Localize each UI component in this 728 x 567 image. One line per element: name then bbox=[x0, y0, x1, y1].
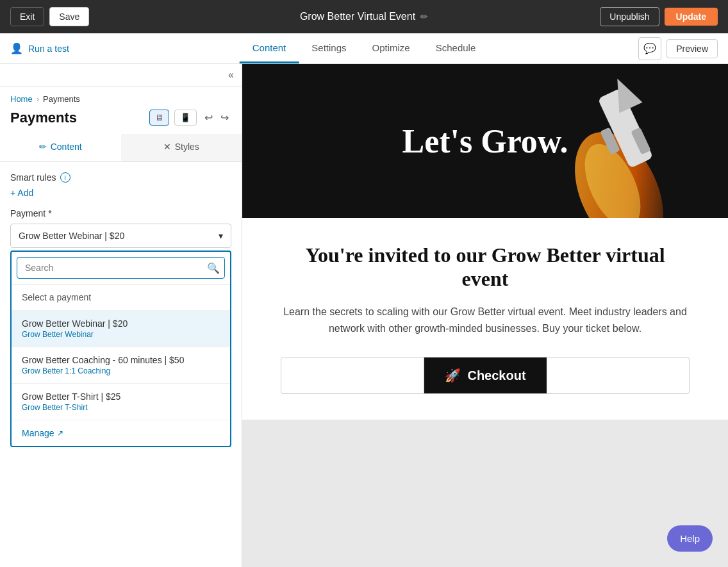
dropdown-item-tshirt-sub: Grow Better T-Shirt bbox=[22, 403, 220, 412]
nav-bar: 👤 Run a test Content Settings Optimize S… bbox=[0, 33, 728, 64]
sidebar-tab-content-label: Content bbox=[51, 142, 82, 152]
preview-content: You're invited to our Grow Better virtua… bbox=[242, 218, 728, 420]
run-test-link[interactable]: Run a test bbox=[28, 44, 69, 54]
breadcrumb-current: Payments bbox=[43, 94, 80, 104]
search-icon-button[interactable]: 🔍 bbox=[207, 262, 220, 274]
tab-settings-label: Settings bbox=[311, 42, 346, 53]
dropdown-item-webinar-label: Grow Better Webinar | $20 bbox=[22, 318, 220, 329]
tab-schedule[interactable]: Schedule bbox=[423, 33, 489, 63]
sidebar-tab-content[interactable]: ✏ Content bbox=[0, 134, 121, 161]
dropdown-item-select-label: Select a payment bbox=[22, 292, 91, 302]
sidebar-page-title-controls: 🖥 📱 ↩ ↪ bbox=[149, 109, 231, 126]
add-smart-rule-button[interactable]: + Add bbox=[10, 188, 33, 198]
manage-link-text: Manage bbox=[22, 428, 54, 438]
preview-area: Let's Grow. You're invited to our Grow B… bbox=[242, 64, 728, 567]
payment-dropdown-selected[interactable]: Grow Better Webinar | $20 ▾ bbox=[10, 224, 231, 248]
checkout-bar: 🚀 Checkout bbox=[281, 357, 690, 394]
top-bar: Exit Save Grow Better Virtual Event ✏ Un… bbox=[0, 0, 728, 33]
unpublish-button[interactable]: Unpublish bbox=[600, 7, 659, 26]
nav-right: 💬 Preview bbox=[638, 37, 718, 60]
dropdown-item-coaching[interactable]: Grow Better Coaching - 60 minutes | $50 … bbox=[12, 347, 230, 384]
styles-icon: ✕ bbox=[163, 142, 171, 152]
dropdown-item-coaching-sub: Grow Better 1:1 Coaching bbox=[22, 366, 220, 375]
undo-redo-group: ↩ ↪ bbox=[202, 109, 231, 126]
dropdown-item-tshirt[interactable]: Grow Better T-Shirt | $25 Grow Better T-… bbox=[12, 384, 230, 420]
preview-button[interactable]: Preview bbox=[666, 39, 718, 58]
smart-rules-text: Smart rules bbox=[10, 172, 56, 183]
nav-tabs: Content Settings Optimize Schedule bbox=[240, 33, 489, 63]
exit-button[interactable]: Exit bbox=[10, 7, 44, 26]
help-button[interactable]: Help bbox=[667, 525, 713, 552]
payment-dropdown-open: 🔍 Select a payment Grow Better Webinar |… bbox=[10, 251, 231, 447]
tab-optimize[interactable]: Optimize bbox=[360, 33, 423, 63]
top-bar-left: Exit Save bbox=[10, 7, 89, 26]
checkout-rocket-icon: 🚀 bbox=[445, 368, 461, 383]
page-title: Grow Better Virtual Event bbox=[300, 11, 415, 22]
desktop-view-button[interactable]: 🖥 bbox=[149, 110, 169, 126]
breadcrumb-home[interactable]: Home bbox=[10, 94, 33, 104]
payment-section: Payment * Grow Better Webinar | $20 ▾ 🔍 … bbox=[0, 208, 242, 457]
preview-headline: You're invited to our Grow Better virtua… bbox=[281, 243, 690, 291]
person-icon: 👤 bbox=[10, 42, 23, 54]
tab-content-label: Content bbox=[252, 42, 286, 53]
sidebar-header-bar: « bbox=[0, 64, 242, 86]
hero-text: Let's Grow. bbox=[402, 122, 568, 160]
update-button[interactable]: Update bbox=[665, 8, 718, 26]
tab-schedule-label: Schedule bbox=[436, 42, 476, 53]
top-bar-center: Grow Better Virtual Event ✏ bbox=[300, 11, 428, 22]
checkout-right-area bbox=[547, 357, 689, 393]
chat-icon[interactable]: 💬 bbox=[638, 37, 661, 60]
sidebar-page-title-text: Payments bbox=[10, 110, 77, 126]
tab-content[interactable]: Content bbox=[240, 33, 299, 63]
main-layout: « Home › Payments Payments 🖥 📱 ↩ ↪ ✏ bbox=[0, 64, 728, 567]
dropdown-item-coaching-label: Grow Better Coaching - 60 minutes | $50 bbox=[22, 355, 220, 365]
payment-field-label: Payment * bbox=[10, 208, 231, 218]
checkout-button-label: Checkout bbox=[467, 368, 525, 383]
breadcrumb: Home › Payments bbox=[0, 86, 242, 106]
info-icon[interactable]: i bbox=[60, 172, 70, 183]
preview-body: Learn the secrets to scaling with our Gr… bbox=[281, 304, 690, 336]
redo-button[interactable]: ↪ bbox=[218, 109, 231, 126]
manage-link[interactable]: Manage ↗ bbox=[12, 420, 230, 446]
checkout-left-area bbox=[281, 357, 424, 393]
top-bar-right: Unpublish Update bbox=[600, 7, 718, 26]
checkout-button[interactable]: 🚀 Checkout bbox=[424, 357, 546, 393]
search-box: 🔍 bbox=[12, 252, 230, 284]
preview-hero: Let's Grow. bbox=[242, 64, 728, 218]
search-input[interactable] bbox=[17, 257, 225, 279]
pencil-icon: ✏ bbox=[39, 142, 47, 152]
selected-payment-text: Grow Better Webinar | $20 bbox=[19, 231, 124, 241]
sidebar: « Home › Payments Payments 🖥 📱 ↩ ↪ ✏ bbox=[0, 64, 242, 567]
edit-icon[interactable]: ✏ bbox=[420, 12, 428, 22]
dropdown-item-webinar-sub: Grow Better Webinar bbox=[22, 330, 220, 339]
sidebar-tabs: ✏ Content ✕ Styles bbox=[0, 134, 242, 162]
save-button[interactable]: Save bbox=[49, 7, 89, 26]
dropdown-item-webinar[interactable]: Grow Better Webinar | $20 Grow Better We… bbox=[12, 311, 230, 347]
mobile-view-button[interactable]: 📱 bbox=[174, 110, 197, 126]
smart-rules-section: Smart rules i + Add bbox=[0, 162, 242, 208]
collapse-sidebar-button[interactable]: « bbox=[228, 69, 234, 81]
undo-button[interactable]: ↩ bbox=[202, 109, 215, 126]
sidebar-tab-styles[interactable]: ✕ Styles bbox=[121, 134, 242, 161]
smart-rules-label: Smart rules i bbox=[10, 172, 231, 183]
nav-left: 👤 Run a test bbox=[10, 42, 69, 54]
chevron-down-icon: ▾ bbox=[219, 231, 223, 241]
sidebar-tab-styles-label: Styles bbox=[175, 142, 199, 152]
dropdown-item-tshirt-label: Grow Better T-Shirt | $25 bbox=[22, 391, 220, 402]
tab-optimize-label: Optimize bbox=[372, 42, 410, 53]
dropdown-item-select[interactable]: Select a payment bbox=[12, 284, 230, 311]
tab-settings[interactable]: Settings bbox=[299, 33, 359, 63]
search-input-wrapper: 🔍 bbox=[17, 257, 225, 279]
external-link-icon: ↗ bbox=[57, 429, 63, 438]
sidebar-page-title-row: Payments 🖥 📱 ↩ ↪ bbox=[0, 106, 242, 134]
breadcrumb-separator: › bbox=[37, 94, 39, 104]
